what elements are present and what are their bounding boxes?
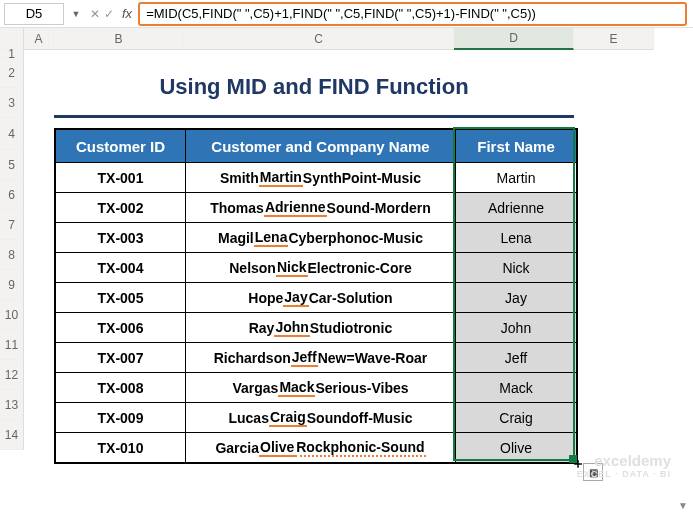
row-header-3[interactable]: 3 (0, 88, 24, 118)
cell-customer-company[interactable]: Vargas Mack Serious-Vibes (186, 372, 456, 402)
cell-first-name[interactable]: Craig (456, 402, 576, 432)
col-header-b[interactable]: B (54, 28, 184, 50)
table-row: TX-002Thomas Adrienne Sound-MordernAdrie… (56, 192, 576, 222)
cell-customer-company[interactable]: Ray John Studiotronic (186, 312, 456, 342)
row-header-13[interactable]: 13 (0, 390, 24, 420)
cell-customer-id[interactable]: TX-008 (56, 372, 186, 402)
table-row: TX-009Lucas Craig Soundoff-MusicCraig (56, 402, 576, 432)
cell-customer-company[interactable]: Magil Lena Cyberphonoc-Music (186, 222, 456, 252)
row-header-2[interactable]: 2 (0, 58, 24, 88)
header-customer-company[interactable]: Customer and Company Name (186, 130, 456, 162)
col-header-d[interactable]: D (454, 28, 574, 50)
cell-customer-id[interactable]: TX-007 (56, 342, 186, 372)
row-header-8[interactable]: 8 (0, 240, 24, 270)
table-row: TX-004Nelson Nick Electronic-CoreNick (56, 252, 576, 282)
table-row: TX-005Hope Jay Car-SolutionJay (56, 282, 576, 312)
autofill-options-icon[interactable]: ▦ (583, 463, 603, 481)
check-icon[interactable]: ✓ (104, 7, 114, 21)
cell-first-name[interactable]: Jeff (456, 342, 576, 372)
cell-customer-id[interactable]: TX-005 (56, 282, 186, 312)
cell-first-name[interactable]: Jay (456, 282, 576, 312)
table-row: TX-007Richardson Jeff New=Wave-RoarJeff (56, 342, 576, 372)
table-row: TX-010Garcia Olive Rockphonic-SoundOlive (56, 432, 576, 462)
row-header-12[interactable]: 12 (0, 360, 24, 390)
name-box-dropdown-icon[interactable]: ▼ (68, 9, 84, 19)
cell-customer-company[interactable]: Hope Jay Car-Solution (186, 282, 456, 312)
row-header-7[interactable]: 7 (0, 210, 24, 240)
cell-customer-company[interactable]: Garcia Olive Rockphonic-Sound (186, 432, 456, 462)
table-header-row: Customer ID Customer and Company Name Fi… (56, 130, 576, 162)
row-header-14[interactable]: 14 (0, 420, 24, 450)
cell-first-name[interactable]: Martin (456, 162, 576, 192)
cell-first-name[interactable]: Lena (456, 222, 576, 252)
cancel-icon[interactable]: ✕ (90, 7, 100, 21)
cell-customer-id[interactable]: TX-003 (56, 222, 186, 252)
row-header-4[interactable]: 4 (0, 118, 24, 150)
formula-bar: D5 ▼ ✕ ✓ fx =MID(C5,FIND(" ",C5)+1,FIND(… (0, 0, 693, 28)
data-table: Customer ID Customer and Company Name Fi… (54, 128, 578, 464)
column-headers: A B C D E (24, 28, 693, 50)
sheet-title: Using MID and FIND Function (54, 58, 574, 118)
cell-first-name[interactable]: Olive (456, 432, 576, 462)
row-header-6[interactable]: 6 (0, 180, 24, 210)
scroll-down-icon[interactable]: ▼ (675, 497, 691, 513)
formula-controls: ✕ ✓ fx (84, 6, 138, 21)
table-row: TX-006Ray John StudiotronicJohn (56, 312, 576, 342)
cell-first-name[interactable]: Nick (456, 252, 576, 282)
cell-first-name[interactable]: Mack (456, 372, 576, 402)
table-row: TX-001Smith Martin SynthPoint-MusicMarti… (56, 162, 576, 192)
cell-customer-company[interactable]: Richardson Jeff New=Wave-Roar (186, 342, 456, 372)
col-header-e[interactable]: E (574, 28, 654, 50)
row-header-11[interactable]: 11 (0, 330, 24, 360)
formula-input[interactable]: =MID(C5,FIND(" ",C5)+1,FIND(" ",C5,FIND(… (138, 2, 687, 26)
col-header-c[interactable]: C (184, 28, 454, 50)
row-headers: 1234567891011121314 (0, 28, 24, 517)
cell-customer-company[interactable]: Smith Martin SynthPoint-Music (186, 162, 456, 192)
col-header-a[interactable]: A (24, 28, 54, 50)
cell-customer-id[interactable]: TX-006 (56, 312, 186, 342)
row-header-1[interactable]: 1 (0, 50, 24, 58)
cell-first-name[interactable]: Adrienne (456, 192, 576, 222)
header-customer-id[interactable]: Customer ID (56, 130, 186, 162)
cell-customer-id[interactable]: TX-009 (56, 402, 186, 432)
header-first-name[interactable]: First Name (456, 130, 576, 162)
row-header-10[interactable]: 10 (0, 300, 24, 330)
row-header-9[interactable]: 9 (0, 270, 24, 300)
fx-icon[interactable]: fx (122, 6, 132, 21)
cell-first-name[interactable]: John (456, 312, 576, 342)
name-box[interactable]: D5 (4, 3, 64, 25)
cell-customer-id[interactable]: TX-002 (56, 192, 186, 222)
row-header-5[interactable]: 5 (0, 150, 24, 180)
cell-customer-company[interactable]: Lucas Craig Soundoff-Music (186, 402, 456, 432)
cell-customer-id[interactable]: TX-001 (56, 162, 186, 192)
cell-customer-id[interactable]: TX-004 (56, 252, 186, 282)
cell-customer-company[interactable]: Nelson Nick Electronic-Core (186, 252, 456, 282)
table-row: TX-003Magil Lena Cyberphonoc-MusicLena (56, 222, 576, 252)
cell-customer-id[interactable]: TX-010 (56, 432, 186, 462)
cell-customer-company[interactable]: Thomas Adrienne Sound-Mordern (186, 192, 456, 222)
table-row: TX-008Vargas Mack Serious-VibesMack (56, 372, 576, 402)
